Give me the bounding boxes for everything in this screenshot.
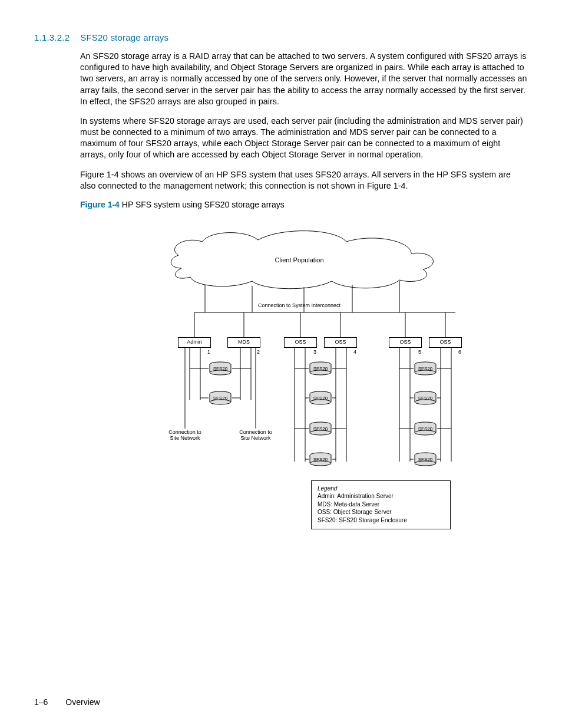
page-number: 1–6 [34,697,48,707]
legend: Legend Admin: Administration Server MDS:… [311,480,451,530]
sfs20-array: SFS20 [309,391,332,405]
paragraph: In systems where SFS20 storage arrays ar… [80,116,528,161]
paragraph: Figure 1-4 shows an overview of an HP SF… [80,169,528,192]
server-oss: OSS [429,337,462,348]
site-network-label: Connection toSite Network [232,430,279,442]
figure-caption: Figure 1-4 HP SFS system using SFS20 sto… [80,200,528,209]
server-num: 5 [418,349,421,355]
server-num: 4 [353,349,356,355]
sfs20-array: SFS20 [309,361,332,375]
paragraph: An SFS20 storage array is a RAID array t… [80,51,528,107]
page: 1.1.3.2.2SFS20 storage arrays An SFS20 s… [0,0,562,728]
server-admin: Admin [178,337,211,348]
sfs20-array: SFS20 [309,452,332,466]
server-num: 3 [313,349,316,355]
legend-title: Legend [318,485,444,493]
section-number: 1.1.3.2.2 [34,32,70,42]
server-oss: OSS [324,337,357,348]
section-title: SFS20 storage arrays [80,32,168,42]
sfs20-array: SFS20 [414,452,437,466]
interconnect-label: Connection to System Interconnect [134,302,464,308]
sfs20-array: SFS20 [309,421,332,436]
legend-line: MDS: Meta-data Server [318,500,444,509]
footer-section: Overview [65,697,100,707]
figure-caption-text: HP SFS system using SFS20 storage arrays [122,200,285,209]
legend-line: SFS20: SFS20 Storage Enclosure [318,516,444,525]
section-heading: 1.1.3.2.2SFS20 storage arrays [34,32,528,42]
server-oss: OSS [284,337,317,348]
server-num: 1 [207,349,210,355]
body-text: An SFS20 storage array is a RAID array t… [80,51,528,192]
site-network-label: Connection toSite Network [161,430,209,442]
server-mds: MDS [227,337,260,348]
server-num: 2 [257,349,260,355]
sfs20-array: SFS20 [414,421,437,436]
figure-label: Figure 1-4 [80,200,120,209]
legend-line: OSS: Object Storage Server [318,508,444,516]
diagram: Client Population Connection to System I… [134,215,464,545]
sfs20-array: SFS20 [209,361,232,375]
sfs20-array: SFS20 [414,361,437,375]
sfs20-array: SFS20 [209,391,232,405]
server-oss: OSS [389,337,422,348]
server-num: 6 [458,349,461,355]
sfs20-array: SFS20 [414,391,437,405]
footer: 1–6Overview [34,697,100,707]
legend-line: Admin: Administration Server [318,492,444,500]
cloud-label: Client Population [134,256,464,263]
